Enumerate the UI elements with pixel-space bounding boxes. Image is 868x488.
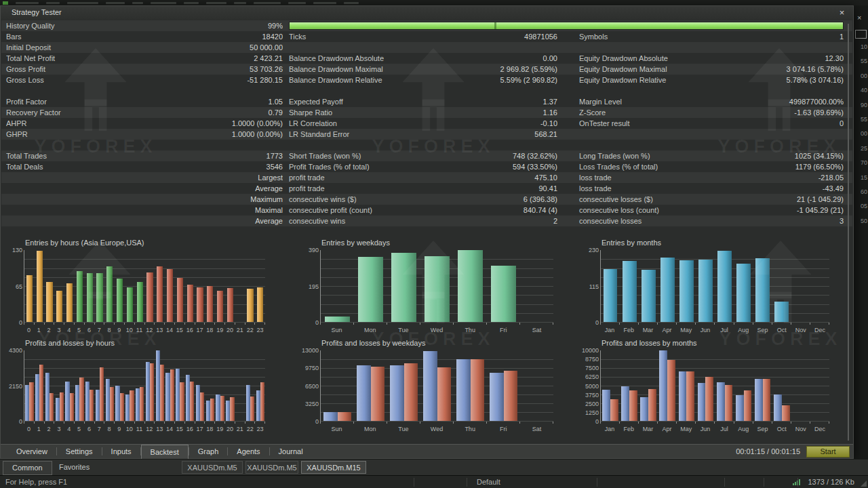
- chart-pl-by-weekdays: Profits and losses by weekdays0325065009…: [301, 337, 560, 433]
- status-divider: [797, 478, 798, 487]
- tick: [205, 422, 215, 424]
- x-axis-label: 9: [114, 426, 124, 432]
- bar-loss: [220, 396, 224, 421]
- start-button[interactable]: Start: [806, 446, 850, 458]
- tab-inputs[interactable]: Inputs: [102, 445, 140, 459]
- chart-tab[interactable]: XAUUSDm.M5: [182, 461, 243, 474]
- y-axis-label: 6250: [581, 373, 599, 380]
- bar: [187, 285, 193, 322]
- tab-journal[interactable]: Journal: [270, 445, 312, 459]
- stats-cell: GHPR1.0000 (0.00%): [6, 129, 283, 140]
- toolbox-tab-row: CommonFavoritesXAUUSDm.M5XAUUSDm.M5XAUUS…: [0, 459, 868, 476]
- x-axis-label: Sun: [320, 426, 353, 432]
- resize-grip-icon[interactable]: [861, 481, 867, 487]
- y-axis-label: 0: [301, 319, 319, 326]
- stat-value: 2 423.21: [254, 53, 283, 64]
- x-axis-label: Feb: [619, 327, 638, 333]
- stat-value: 499877000.00%: [789, 96, 844, 107]
- x-axis-label: Mar: [638, 426, 657, 432]
- bar-slot: [255, 350, 265, 421]
- terminal-app-icon: [3, 1, 8, 5]
- stat-label: Short Trades (won %): [289, 150, 361, 161]
- x-axis-label: 15: [174, 327, 184, 333]
- stats-cell: AHPR1.0000 (0.00%): [6, 118, 283, 129]
- y-axis-label: 195: [301, 283, 319, 290]
- bar: [137, 282, 143, 322]
- bar-loss: [610, 399, 618, 421]
- bar: [604, 269, 618, 322]
- stat-value: 49871056: [524, 31, 557, 42]
- stat-value: 475.10: [534, 172, 557, 183]
- bar: [56, 291, 62, 322]
- x-axis-labels: JanFebMarAprMayJunJulAugSepOctNovDec: [600, 327, 829, 333]
- stat-value: 5.59% (2 969.82): [500, 75, 557, 85]
- tick: [245, 323, 256, 325]
- stats-cell: Balance Drawdown Maximal2 969.82 (5.59%): [289, 64, 557, 75]
- chart-tab[interactable]: XAUUSDm.M15: [301, 461, 366, 474]
- stat-value: -43.49: [823, 183, 844, 194]
- x-axis-label: Dec: [810, 327, 829, 333]
- tick: [24, 323, 35, 325]
- tab-graph[interactable]: Graph: [189, 445, 228, 459]
- x-axis-label: Aug: [734, 426, 753, 432]
- tick: [125, 422, 135, 424]
- tick: [772, 422, 791, 424]
- stats-cell: OnTester result0: [579, 118, 844, 129]
- tick: [245, 422, 256, 424]
- chart-tab[interactable]: XAUUSDm.M5: [245, 461, 298, 474]
- x-axis-label: Thu: [454, 426, 487, 432]
- stats-cell: History Quality99%: [6, 20, 283, 31]
- tick: [135, 422, 145, 424]
- close-icon[interactable]: ×: [837, 7, 847, 18]
- bar-loss: [50, 393, 54, 421]
- y-axis-label: 1250: [581, 409, 599, 416]
- bar: [127, 287, 133, 322]
- tick: [45, 323, 55, 325]
- stats-row: Maximalconsecutive profit (count)840.74 …: [1, 205, 852, 216]
- bar-profit: [323, 412, 338, 421]
- bar-loss: [230, 397, 234, 421]
- stats-cell: Margin Level499877000.00%: [579, 96, 844, 107]
- bar-slot: [677, 250, 696, 322]
- bar-slot: [175, 250, 185, 322]
- toolbox-tab-common[interactable]: Common: [3, 461, 52, 475]
- bar-slot: [185, 250, 195, 322]
- tab-agents[interactable]: Agents: [228, 445, 269, 459]
- chart-title: Profits and losses by months: [601, 339, 697, 347]
- bar-slot: [54, 250, 64, 322]
- vertical-scrollbar[interactable]: [848, 24, 849, 441]
- bar-slot: [810, 250, 829, 322]
- chart-plot-area: [320, 250, 553, 323]
- x-axis-label: 11: [134, 327, 144, 333]
- bar-profit: [659, 350, 667, 421]
- tick: [791, 323, 810, 325]
- tab-settings[interactable]: Settings: [57, 445, 102, 459]
- x-axis-labels: 01234567891011121314151617181920212223: [24, 327, 265, 333]
- stats-cell: Total Deals3546: [6, 161, 283, 172]
- bar-slot: [215, 350, 225, 421]
- bar-loss: [79, 378, 83, 421]
- tab-overview[interactable]: Overview: [7, 445, 56, 459]
- stat-value: 12.30: [825, 53, 844, 64]
- toolbox-tab-favorites[interactable]: Favorites: [50, 461, 98, 474]
- chart-close-icon[interactable]: ×: [857, 14, 861, 22]
- window-titlebar[interactable]: Strategy Tester ×: [1, 6, 853, 20]
- chart-bars: [24, 250, 265, 322]
- bar: [325, 317, 349, 322]
- x-axis-label: 23: [255, 426, 265, 432]
- tick: [125, 323, 135, 325]
- stat-value: 2: [553, 216, 557, 226]
- y-axis-label: 65: [5, 283, 22, 290]
- tick: [155, 422, 165, 424]
- bar-loss: [371, 367, 385, 421]
- menu-text-blur: [46, 2, 60, 4]
- tick: [487, 422, 520, 424]
- stat-label: Z-Score: [579, 107, 606, 118]
- bar: [117, 279, 123, 322]
- x-axis-label: 1: [34, 327, 44, 333]
- tick: [115, 323, 125, 325]
- tab-backtest[interactable]: Backtest: [141, 445, 189, 459]
- status-profile[interactable]: Default: [477, 476, 500, 488]
- stat-value: 1.05: [269, 96, 283, 107]
- bar-slot: [185, 350, 195, 421]
